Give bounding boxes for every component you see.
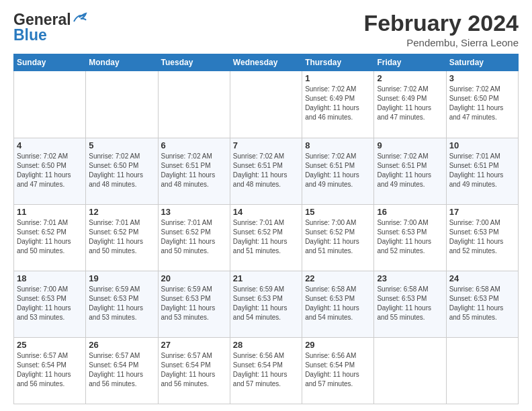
- day-info: Sunrise: 6:57 AM Sunset: 6:54 PM Dayligh…: [161, 351, 227, 389]
- calendar-cell: 19Sunrise: 6:59 AM Sunset: 6:53 PM Dayli…: [86, 271, 158, 337]
- day-info: Sunrise: 7:01 AM Sunset: 6:52 PM Dayligh…: [161, 218, 227, 256]
- calendar-week-row: 18Sunrise: 7:00 AM Sunset: 6:53 PM Dayli…: [14, 271, 519, 337]
- calendar-cell: 8Sunrise: 7:02 AM Sunset: 6:51 PM Daylig…: [302, 138, 374, 204]
- day-info: Sunrise: 7:00 AM Sunset: 6:53 PM Dayligh…: [17, 285, 83, 322]
- day-number: 28: [233, 340, 299, 350]
- calendar-cell: 4Sunrise: 7:02 AM Sunset: 6:50 PM Daylig…: [14, 138, 86, 204]
- day-number: 8: [305, 140, 371, 150]
- calendar-cell: [374, 337, 446, 404]
- calendar-cell: 5Sunrise: 7:02 AM Sunset: 6:50 PM Daylig…: [86, 138, 158, 204]
- day-number: 21: [233, 273, 299, 283]
- calendar-cell: 16Sunrise: 7:00 AM Sunset: 6:53 PM Dayli…: [374, 204, 446, 271]
- page: General Blue February 2024 Pendembu, Sie…: [0, 0, 532, 411]
- calendar-cell: 12Sunrise: 7:01 AM Sunset: 6:52 PM Dayli…: [86, 204, 158, 271]
- calendar-cell: 10Sunrise: 7:01 AM Sunset: 6:51 PM Dayli…: [446, 138, 518, 204]
- day-info: Sunrise: 7:02 AM Sunset: 6:50 PM Dayligh…: [17, 152, 83, 189]
- day-info: Sunrise: 7:02 AM Sunset: 6:51 PM Dayligh…: [233, 152, 299, 189]
- calendar-cell: 29Sunrise: 6:56 AM Sunset: 6:54 PM Dayli…: [302, 337, 374, 404]
- day-info: Sunrise: 6:57 AM Sunset: 6:54 PM Dayligh…: [17, 351, 83, 389]
- calendar-cell: [86, 71, 158, 138]
- day-info: Sunrise: 7:00 AM Sunset: 6:52 PM Dayligh…: [305, 218, 371, 256]
- calendar-cell: 25Sunrise: 6:57 AM Sunset: 6:54 PM Dayli…: [14, 337, 86, 404]
- calendar-cell: [230, 71, 302, 138]
- calendar-cell: 7Sunrise: 7:02 AM Sunset: 6:51 PM Daylig…: [230, 138, 302, 204]
- logo-blue: Blue: [13, 26, 47, 44]
- weekday-header-monday: Monday: [86, 54, 158, 71]
- calendar-cell: [14, 71, 86, 138]
- day-info: Sunrise: 6:59 AM Sunset: 6:53 PM Dayligh…: [233, 285, 299, 322]
- calendar-week-row: 1Sunrise: 7:02 AM Sunset: 6:49 PM Daylig…: [14, 71, 519, 138]
- day-number: 10: [449, 140, 515, 150]
- day-number: 15: [305, 207, 371, 217]
- day-number: 29: [305, 340, 371, 350]
- day-number: 26: [89, 340, 154, 350]
- day-info: Sunrise: 6:58 AM Sunset: 6:53 PM Dayligh…: [377, 285, 443, 322]
- calendar-cell: 11Sunrise: 7:01 AM Sunset: 6:52 PM Dayli…: [14, 204, 86, 271]
- calendar-cell: 20Sunrise: 6:59 AM Sunset: 6:53 PM Dayli…: [158, 271, 230, 337]
- day-number: 27: [161, 340, 227, 350]
- day-info: Sunrise: 7:00 AM Sunset: 6:53 PM Dayligh…: [377, 218, 443, 256]
- header: General Blue February 2024 Pendembu, Sie…: [13, 11, 519, 48]
- logo: General Blue: [13, 11, 87, 44]
- day-number: 2: [377, 73, 443, 83]
- calendar-cell: 24Sunrise: 6:58 AM Sunset: 6:53 PM Dayli…: [446, 271, 518, 337]
- calendar-cell: 6Sunrise: 7:02 AM Sunset: 6:51 PM Daylig…: [158, 138, 230, 204]
- day-info: Sunrise: 7:01 AM Sunset: 6:52 PM Dayligh…: [17, 218, 83, 256]
- day-number: 16: [377, 207, 443, 217]
- calendar-cell: 27Sunrise: 6:57 AM Sunset: 6:54 PM Dayli…: [158, 337, 230, 404]
- day-number: 13: [161, 207, 227, 217]
- day-number: 25: [17, 340, 83, 350]
- calendar-cell: [446, 337, 518, 404]
- day-number: 12: [89, 207, 154, 217]
- day-number: 14: [233, 207, 299, 217]
- day-info: Sunrise: 6:57 AM Sunset: 6:54 PM Dayligh…: [89, 351, 154, 389]
- calendar-cell: 14Sunrise: 7:01 AM Sunset: 6:52 PM Dayli…: [230, 204, 302, 271]
- weekday-header-wednesday: Wednesday: [230, 54, 302, 71]
- weekday-header-saturday: Saturday: [446, 54, 518, 71]
- calendar-week-row: 25Sunrise: 6:57 AM Sunset: 6:54 PM Dayli…: [14, 337, 519, 404]
- day-number: 7: [233, 140, 299, 150]
- day-number: 18: [17, 273, 83, 283]
- calendar-cell: 28Sunrise: 6:56 AM Sunset: 6:54 PM Dayli…: [230, 337, 302, 404]
- day-info: Sunrise: 7:02 AM Sunset: 6:50 PM Dayligh…: [449, 85, 515, 122]
- location: Pendembu, Sierra Leone: [363, 37, 519, 48]
- day-number: 22: [305, 273, 371, 283]
- calendar-cell: 22Sunrise: 6:58 AM Sunset: 6:53 PM Dayli…: [302, 271, 374, 337]
- calendar-header-row: SundayMondayTuesdayWednesdayThursdayFrid…: [14, 54, 519, 71]
- day-number: 4: [17, 140, 83, 150]
- day-info: Sunrise: 7:02 AM Sunset: 6:51 PM Dayligh…: [161, 152, 227, 189]
- day-info: Sunrise: 7:02 AM Sunset: 6:49 PM Dayligh…: [377, 85, 443, 122]
- day-info: Sunrise: 7:01 AM Sunset: 6:52 PM Dayligh…: [233, 218, 299, 256]
- weekday-header-tuesday: Tuesday: [158, 54, 230, 71]
- logo-bird-icon: [73, 12, 87, 24]
- calendar-cell: 17Sunrise: 7:00 AM Sunset: 6:53 PM Dayli…: [446, 204, 518, 271]
- calendar-cell: 13Sunrise: 7:01 AM Sunset: 6:52 PM Dayli…: [158, 204, 230, 271]
- day-number: 9: [377, 140, 443, 150]
- calendar-cell: 21Sunrise: 6:59 AM Sunset: 6:53 PM Dayli…: [230, 271, 302, 337]
- day-number: 5: [89, 140, 154, 150]
- day-info: Sunrise: 6:59 AM Sunset: 6:53 PM Dayligh…: [89, 285, 154, 322]
- day-number: 6: [161, 140, 227, 150]
- day-info: Sunrise: 6:56 AM Sunset: 6:54 PM Dayligh…: [305, 351, 371, 389]
- day-info: Sunrise: 6:59 AM Sunset: 6:53 PM Dayligh…: [161, 285, 227, 322]
- day-number: 11: [17, 207, 83, 217]
- day-info: Sunrise: 6:58 AM Sunset: 6:53 PM Dayligh…: [449, 285, 515, 322]
- day-info: Sunrise: 6:58 AM Sunset: 6:53 PM Dayligh…: [305, 285, 371, 322]
- calendar-week-row: 4Sunrise: 7:02 AM Sunset: 6:50 PM Daylig…: [14, 138, 519, 204]
- calendar-cell: [158, 71, 230, 138]
- calendar-cell: 2Sunrise: 7:02 AM Sunset: 6:49 PM Daylig…: [374, 71, 446, 138]
- day-info: Sunrise: 7:02 AM Sunset: 6:49 PM Dayligh…: [305, 85, 371, 122]
- calendar-cell: 9Sunrise: 7:02 AM Sunset: 6:51 PM Daylig…: [374, 138, 446, 204]
- day-info: Sunrise: 6:56 AM Sunset: 6:54 PM Dayligh…: [233, 351, 299, 389]
- day-info: Sunrise: 7:00 AM Sunset: 6:53 PM Dayligh…: [449, 218, 515, 256]
- day-number: 23: [377, 273, 443, 283]
- day-number: 20: [161, 273, 227, 283]
- day-number: 24: [449, 273, 515, 283]
- month-title: February 2024: [363, 11, 519, 36]
- weekday-header-thursday: Thursday: [302, 54, 374, 71]
- day-info: Sunrise: 7:01 AM Sunset: 6:51 PM Dayligh…: [449, 152, 515, 189]
- calendar-cell: 3Sunrise: 7:02 AM Sunset: 6:50 PM Daylig…: [446, 71, 518, 138]
- day-number: 19: [89, 273, 154, 283]
- weekday-header-friday: Friday: [374, 54, 446, 71]
- calendar-week-row: 11Sunrise: 7:01 AM Sunset: 6:52 PM Dayli…: [14, 204, 519, 271]
